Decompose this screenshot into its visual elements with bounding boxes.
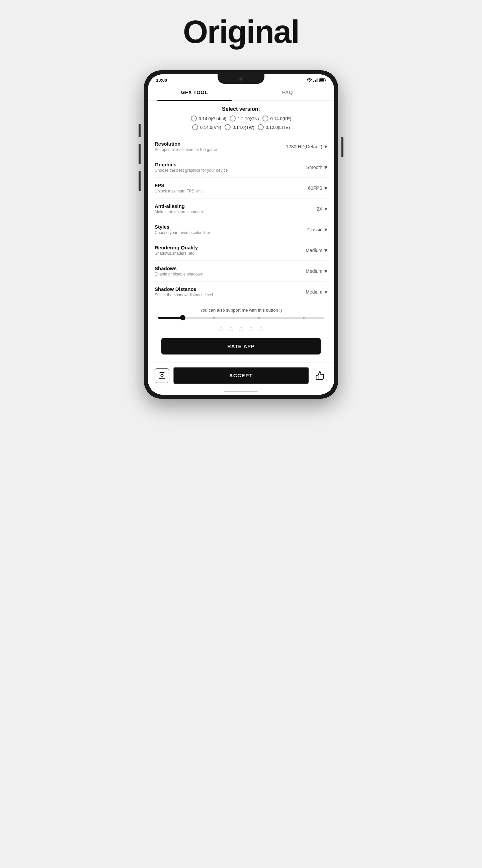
graphics-value: Smooth [306,165,322,170]
phone-screen: 10:00 [148,74,334,395]
fps-dropdown[interactable]: 60FPS ▾ [308,184,327,192]
fps-desc: Unlock maximum FPS limit [155,189,308,193]
graphics-desc: Choose the best graphics for your device [155,168,306,173]
version-option-lite[interactable]: 0.12.0(LITE) [258,124,290,130]
camera [239,77,243,81]
support-text: You can also support me with this button… [155,308,327,313]
status-icons [307,78,326,82]
anti-aliasing-desc: Makes the textures smooth [155,210,317,214]
thumbs-up-icon [315,371,325,380]
svg-rect-6 [320,79,324,81]
radio-lite [258,124,264,130]
setting-fps: FPS Unlock maximum FPS limit 60FPS ▾ [155,178,327,198]
chevron-down-icon: ▾ [324,247,327,254]
svg-rect-7 [159,372,165,378]
radio-tw [225,124,231,130]
version-option-vn[interactable]: 0.14.0(VN) [192,124,221,130]
svg-rect-2 [316,79,317,82]
svg-point-9 [163,374,164,374]
slider-dot-3 [302,317,304,319]
version-title: Select version: [155,106,327,112]
star-5[interactable]: ☆ [257,324,265,333]
setting-anti-aliasing: Anti-aliasing Makes the textures smooth … [155,198,327,219]
accept-button[interactable]: ACCEPT [173,367,309,384]
tab-gfx-tool[interactable]: GFX TOOL [148,84,241,100]
thumbs-up-button[interactable] [313,368,327,383]
shadow-distance-value: Medium [306,289,322,294]
volume-down-button [138,144,140,164]
radio-cn [230,116,236,122]
setting-styles: Styles Choose your favorite color filter… [155,219,327,240]
app-content: Select version: 0.14.0(Global) 1.2.10(CN… [148,101,334,395]
radio-vn [192,124,198,130]
setting-resolution: Resolution Set optimal resolution for th… [155,136,327,157]
star-1[interactable]: ☆ [217,324,225,333]
slider-dot-1 [213,317,215,319]
version-option-kr[interactable]: 0.14.0(KR) [262,116,292,122]
slider-dot-2 [258,317,260,319]
star-3[interactable]: ☆ [237,324,245,333]
chevron-down-icon: ▾ [324,184,327,192]
tab-faq[interactable]: FAQ [241,84,334,100]
instagram-button[interactable] [155,368,169,383]
svg-point-8 [161,374,163,377]
rendering-quality-dropdown[interactable]: Medium ▾ [306,247,327,254]
signal-icon [313,78,318,82]
setting-shadows: Shadows Enable or disable shadows Medium… [155,261,327,281]
status-bar: 10:00 [148,74,334,84]
rate-app-button[interactable]: RATE APP [161,338,321,354]
shadows-desc: Enable or disable shadows [155,272,306,277]
shadow-distance-desc: Select the shadow distance level [155,292,306,297]
shadows-value: Medium [306,269,322,274]
rendering-quality-desc: Shadows,shaders, etc [155,251,306,256]
volume-up-button [138,124,140,137]
bottom-bar: ACCEPT [148,363,334,388]
styles-label: Styles [155,224,307,230]
version-section: Select version: 0.14.0(Global) 1.2.10(CN… [148,101,334,136]
wifi-icon [307,78,312,82]
chevron-down-icon: ▾ [324,205,327,213]
status-time: 10:00 [156,78,167,83]
shadow-distance-label: Shadow Distance [155,286,306,292]
notch [218,74,264,84]
anti-aliasing-dropdown[interactable]: 2X ▾ [317,205,327,213]
slider-fill [158,317,183,319]
chevron-down-icon: ▾ [324,288,327,296]
instagram-icon [158,372,166,379]
chevron-down-icon: ▾ [324,268,327,275]
support-slider[interactable] [158,317,324,319]
fps-value: 60FPS [308,185,322,191]
graphics-dropdown[interactable]: Smooth ▾ [306,164,327,171]
radio-global [191,116,197,122]
phone-frame: 10:00 [144,70,338,399]
home-bar [224,391,258,392]
svg-rect-0 [313,81,314,82]
svg-rect-3 [317,78,318,82]
version-option-global[interactable]: 0.14.0(Global) [191,116,226,122]
star-2[interactable]: ☆ [227,324,235,333]
shadows-label: Shadows [155,266,306,271]
version-option-tw[interactable]: 0.14.0(TW) [225,124,254,130]
slider-thumb [180,315,186,320]
battery-icon [319,78,326,82]
shadows-dropdown[interactable]: Medium ▾ [306,268,327,275]
stars-row: ☆ ☆ ☆ ☆ ☆ [155,324,327,333]
resolution-dropdown[interactable]: 1280(HD,Default) ▾ [286,143,327,150]
version-option-cn[interactable]: 1.2.10(CN) [230,116,259,122]
shadow-distance-dropdown[interactable]: Medium ▾ [306,288,327,296]
settings-list: Resolution Set optimal resolution for th… [148,136,334,302]
support-section: You can also support me with this button… [148,302,334,363]
rendering-quality-label: Rendering Quality [155,245,306,250]
chevron-down-icon: ▾ [324,143,327,150]
star-4[interactable]: ☆ [247,324,255,333]
version-row-1: 0.14.0(Global) 1.2.10(CN) 0.14.0(KR) [155,116,327,122]
rendering-quality-value: Medium [306,248,322,253]
extra-button [138,171,140,191]
chevron-down-icon: ▾ [324,164,327,171]
styles-value: Classic [307,227,322,232]
svg-rect-1 [315,80,316,82]
setting-rendering-quality: Rendering Quality Shadows,shaders, etc M… [155,240,327,261]
styles-dropdown[interactable]: Classic ▾ [307,226,327,233]
power-button [342,137,344,157]
radio-kr [262,116,268,122]
